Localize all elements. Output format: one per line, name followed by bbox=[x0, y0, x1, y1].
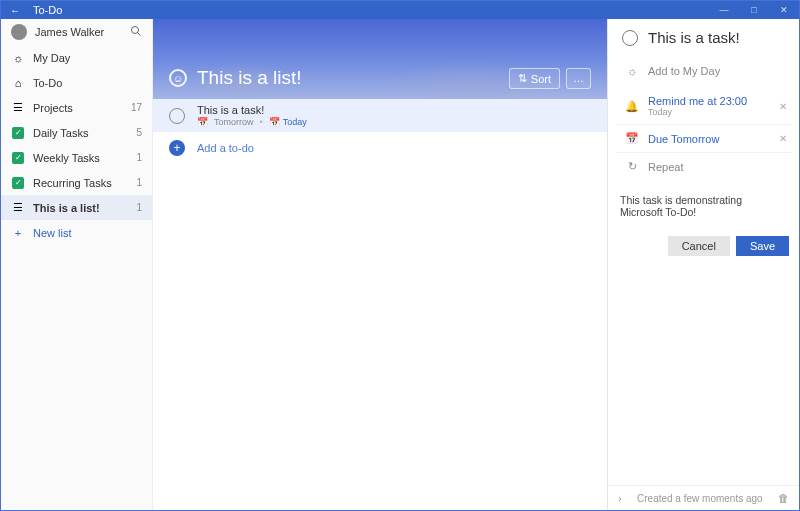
delete-button[interactable]: 🗑 bbox=[778, 492, 789, 504]
back-button[interactable]: ← bbox=[1, 5, 29, 16]
maximize-button[interactable]: □ bbox=[739, 5, 769, 15]
detail-footer: › Created a few moments ago 🗑 bbox=[608, 485, 799, 510]
minimize-button[interactable]: ― bbox=[709, 5, 739, 15]
avatar bbox=[11, 24, 27, 40]
repeat-icon: ↻ bbox=[624, 160, 640, 173]
add-todo-row[interactable]: + Add a to-do bbox=[153, 132, 607, 164]
sidebar: James Walker ☼ My Day ⌂ To-Do ☰ Projects… bbox=[1, 19, 153, 510]
more-button[interactable]: … bbox=[566, 68, 591, 89]
sidebar-item-weekly[interactable]: ✓ Weekly Tasks 1 bbox=[1, 145, 152, 170]
nav-todo[interactable]: ⌂ To-Do bbox=[1, 70, 152, 95]
add-plus-icon: + bbox=[169, 140, 185, 156]
sidebar-item-this-is-a-list[interactable]: ☰ This is a list! 1 bbox=[1, 195, 152, 220]
list-title: This is a list! bbox=[197, 67, 302, 89]
window-controls: ― □ ✕ bbox=[709, 5, 799, 15]
check-icon: ✓ bbox=[11, 151, 25, 165]
close-button[interactable]: ✕ bbox=[769, 5, 799, 15]
plus-icon: + bbox=[11, 226, 25, 240]
sun-icon: ☼ bbox=[624, 65, 640, 77]
task-checkbox[interactable] bbox=[169, 108, 185, 124]
check-icon: ✓ bbox=[11, 176, 25, 190]
titlebar: ← To-Do ― □ ✕ bbox=[1, 1, 799, 19]
due-date-row[interactable]: 📅 Due Tomorrow ✕ bbox=[616, 124, 791, 152]
clear-due-button[interactable]: ✕ bbox=[779, 133, 787, 144]
check-icon: ✓ bbox=[11, 126, 25, 140]
home-icon: ⌂ bbox=[11, 76, 25, 90]
task-meta: 📅 Tomorrow • 📅Today bbox=[197, 117, 307, 127]
calendar-icon: 📅 bbox=[624, 132, 640, 145]
app-title: To-Do bbox=[29, 4, 709, 16]
sidebar-item-recurring[interactable]: ✓ Recurring Tasks 1 bbox=[1, 170, 152, 195]
task-title: This is a task! bbox=[197, 104, 307, 116]
repeat-row[interactable]: ↻ Repeat bbox=[616, 152, 791, 180]
detail-task-title: This is a task! bbox=[648, 29, 740, 46]
add-todo-placeholder: Add a to-do bbox=[197, 142, 254, 154]
detail-pane: This is a task! ☼ Add to My Day 🔔 Remind… bbox=[607, 19, 799, 510]
main-pane: ☺ This is a list! ⇅ Sort … This is a tas… bbox=[153, 19, 607, 510]
save-button[interactable]: Save bbox=[736, 236, 789, 256]
calendar-icon: 📅 bbox=[197, 117, 208, 127]
sort-icon: ⇅ bbox=[518, 72, 527, 85]
svg-point-0 bbox=[132, 26, 139, 33]
created-label: Created a few moments ago bbox=[622, 493, 778, 504]
add-to-my-day[interactable]: ☼ Add to My Day bbox=[616, 58, 791, 84]
list-icon: ☰ bbox=[11, 101, 25, 115]
user-row[interactable]: James Walker bbox=[1, 19, 152, 45]
new-list-button[interactable]: + New list bbox=[1, 220, 152, 245]
clear-reminder-button[interactable]: ✕ bbox=[779, 101, 787, 112]
nav-my-day[interactable]: ☼ My Day bbox=[1, 45, 152, 70]
remind-me-row[interactable]: 🔔 Remind me at 23:00 Today ✕ bbox=[616, 88, 791, 124]
calendar-icon: 📅 bbox=[269, 117, 280, 127]
cancel-button[interactable]: Cancel bbox=[668, 236, 730, 256]
note-text[interactable]: This task is demonstrating Microsoft To-… bbox=[618, 190, 789, 222]
sidebar-item-daily[interactable]: ✓ Daily Tasks 5 bbox=[1, 120, 152, 145]
list-icon: ☰ bbox=[11, 201, 25, 215]
sidebar-item-projects[interactable]: ☰ Projects 17 bbox=[1, 95, 152, 120]
task-row[interactable]: This is a task! 📅 Tomorrow • 📅Today bbox=[153, 99, 607, 132]
user-name: James Walker bbox=[35, 26, 130, 38]
list-header: ☺ This is a list! ⇅ Sort … bbox=[153, 19, 607, 99]
sort-button[interactable]: ⇅ Sort bbox=[509, 68, 560, 89]
smiley-icon: ☺ bbox=[169, 69, 187, 87]
detail-task-checkbox[interactable] bbox=[622, 30, 638, 46]
bell-icon: 🔔 bbox=[624, 100, 640, 113]
sun-icon: ☼ bbox=[11, 51, 25, 65]
svg-line-1 bbox=[138, 32, 141, 35]
search-icon[interactable] bbox=[130, 25, 142, 40]
